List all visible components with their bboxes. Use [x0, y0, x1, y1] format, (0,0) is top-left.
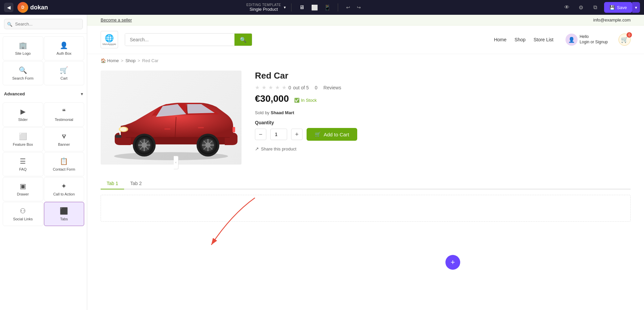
- svg-rect-30: [115, 135, 121, 138]
- widget-auth-box[interactable]: 👤 Auth Box: [44, 36, 85, 60]
- advanced-widgets-grid: ▶ Slider ❝ Testimonial ⬜ Feature Box ⛛ B…: [0, 100, 87, 229]
- tabs-icon: ⬛: [60, 207, 68, 215]
- breadcrumb-sep-2: >: [138, 58, 140, 63]
- star-4: ★: [275, 84, 280, 91]
- svg-rect-5: [232, 127, 235, 132]
- star-5: ★: [282, 84, 286, 91]
- widget-feature-box[interactable]: ⬜ Feature Box: [3, 127, 43, 151]
- quantity-increase-button[interactable]: +: [291, 129, 303, 140]
- mobile-view-button[interactable]: 📱: [322, 2, 332, 12]
- preview-button[interactable]: 👁: [562, 2, 572, 12]
- topbar: ◀ D dokan EDITING TEMPLATE Single Produc…: [0, 0, 644, 15]
- redo-button[interactable]: ↪: [354, 3, 364, 12]
- contact-form-icon: 📋: [60, 157, 68, 165]
- rating-suffix: out of 5: [293, 85, 309, 90]
- tab-1-button[interactable]: Tab 1: [101, 178, 124, 189]
- star-2: ★: [262, 84, 266, 91]
- widget-testimonial[interactable]: ❝ Testimonial: [44, 102, 85, 127]
- product-price: €30,000: [255, 93, 289, 104]
- cart-label: Cart: [60, 76, 67, 80]
- user-login-link[interactable]: Login or Signup: [580, 40, 608, 45]
- add-content-button[interactable]: +: [445, 255, 460, 270]
- user-area: 👤 Hello Login or Signup: [566, 34, 608, 46]
- editing-template-info: EDITING TEMPLATE Single Product: [247, 3, 281, 12]
- share-icon: ↗: [255, 146, 259, 151]
- store-logo-name: MenAppple: [103, 43, 116, 46]
- faq-icon: ☰: [20, 157, 26, 165]
- cart-btn-icon: 🛒: [315, 131, 321, 137]
- become-seller-link[interactable]: Become a seller: [101, 17, 132, 23]
- store-search-button[interactable]: 🔍: [234, 34, 252, 46]
- advanced-collapse-button[interactable]: ▾: [81, 92, 83, 96]
- product-info-column: Red Car ★ ★ ★ ★ ★ 0 out of 5 0 Reviews €…: [255, 71, 631, 165]
- svg-line-1: [187, 104, 187, 114]
- widget-contact-form[interactable]: 📋 Contact Form: [44, 152, 85, 176]
- save-label: Save: [617, 5, 627, 10]
- cart-badge: 0: [627, 32, 632, 38]
- store-logo-globe-icon: 🌐: [103, 34, 116, 43]
- topbar-center: EDITING TEMPLATE Single Product ▾ 🖥 ⬜ 📱 …: [247, 2, 364, 12]
- layers-button[interactable]: ⧉: [590, 2, 600, 12]
- nav-shop[interactable]: Shop: [515, 37, 526, 42]
- tab-2-button[interactable]: Tab 2: [124, 178, 148, 189]
- in-stock-badge: ✅ In Stock: [294, 98, 317, 103]
- save-icon: 💾: [609, 5, 615, 10]
- dokan-logo: D dokan: [17, 2, 48, 13]
- nav-store-list[interactable]: Store List: [534, 37, 553, 42]
- in-stock-label: In Stock: [301, 98, 317, 103]
- faq-label: FAQ: [19, 167, 26, 171]
- tabs-header: Tab 1 Tab 2: [101, 178, 631, 189]
- quantity-row: − + 🛒 Add to Cart: [255, 128, 631, 141]
- feature-box-label: Feature Box: [13, 142, 33, 146]
- seller-name: Shaad Mart: [271, 110, 294, 115]
- widget-banner[interactable]: ⛛ Banner: [44, 127, 85, 151]
- template-dropdown-button[interactable]: ▾: [284, 5, 286, 10]
- editing-label: EDITING TEMPLATE: [247, 3, 281, 7]
- share-label: Share this product: [261, 146, 297, 151]
- settings-button[interactable]: ⚙: [576, 2, 586, 12]
- testimonial-icon: ❝: [62, 107, 66, 116]
- widget-drawer[interactable]: ▣ Drawer: [3, 177, 43, 201]
- testimonial-label: Testimonial: [55, 118, 73, 122]
- announcement-bar: Become a seller info@example.com: [87, 15, 644, 26]
- breadcrumb-shop[interactable]: Shop: [125, 58, 136, 63]
- user-info: Hello Login or Signup: [580, 34, 608, 45]
- back-button[interactable]: ◀: [4, 3, 13, 12]
- widget-search-form[interactable]: 🔍 Search Form: [3, 61, 43, 85]
- feature-box-icon: ⬜: [19, 132, 27, 140]
- call-to-action-icon: ✦: [61, 182, 67, 190]
- slider-label: Slider: [18, 118, 28, 122]
- sidebar-search-input[interactable]: [4, 19, 83, 29]
- widget-tabs[interactable]: ⬛ Tabs: [44, 202, 85, 226]
- widget-cart[interactable]: 🛒 Cart: [44, 61, 85, 85]
- nav-home[interactable]: Home: [494, 37, 506, 42]
- save-dropdown-button[interactable]: ▾: [632, 2, 640, 13]
- car-image-svg: [101, 71, 241, 165]
- sold-by-row: Sold by Shaad Mart: [255, 110, 631, 115]
- quantity-decrease-button[interactable]: −: [255, 129, 266, 140]
- product-title: Red Car: [255, 71, 631, 81]
- add-to-cart-button[interactable]: 🛒 Add to Cart: [307, 128, 357, 141]
- store-search-input[interactable]: [125, 34, 234, 46]
- tab-content-area: [101, 195, 631, 222]
- drawer-label: Drawer: [17, 192, 29, 196]
- widget-call-to-action[interactable]: ✦ Call to Action: [44, 177, 85, 201]
- widget-faq[interactable]: ☰ FAQ: [3, 152, 43, 176]
- widget-social-links[interactable]: ⚇ Social Links: [3, 202, 43, 226]
- sidebar: 🔍 🏢 Site Logo 👤 Auth Box 🔍 Search Form 🛒…: [0, 15, 87, 310]
- undo-button[interactable]: ↩: [343, 3, 353, 12]
- breadcrumb-sep-1: >: [121, 58, 123, 63]
- sidebar-collapse-handle[interactable]: ‹: [174, 156, 178, 169]
- widget-site-logo[interactable]: 🏢 Site Logo: [3, 36, 43, 60]
- breadcrumb-home[interactable]: 🏠 Home: [101, 58, 119, 63]
- widget-slider[interactable]: ▶ Slider: [3, 102, 43, 127]
- share-row[interactable]: ↗ Share this product: [255, 146, 631, 151]
- save-button[interactable]: 💾 Save: [604, 2, 632, 13]
- desktop-view-button[interactable]: 🖥: [297, 2, 307, 12]
- tablet-view-button[interactable]: ⬜: [310, 2, 320, 12]
- device-icons: 🖥 ⬜ 📱: [297, 2, 332, 12]
- quantity-input[interactable]: [270, 129, 287, 140]
- undo-redo-group: ↩ ↪: [343, 3, 364, 12]
- breadcrumb: 🏠 Home > Shop > Red Car: [87, 54, 644, 67]
- social-links-label: Social Links: [13, 217, 33, 221]
